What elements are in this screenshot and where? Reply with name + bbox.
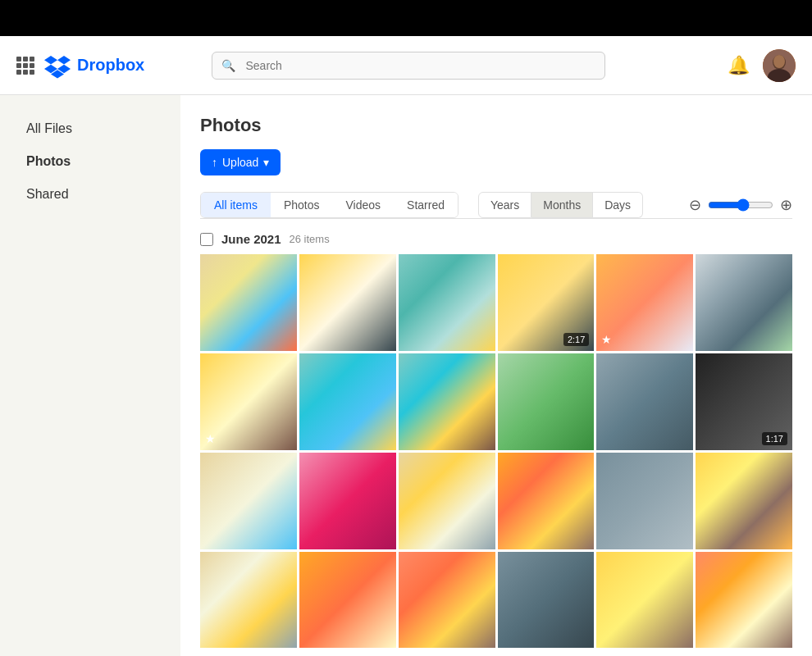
photo-cell[interactable] [696, 552, 792, 649]
photo-cell[interactable] [596, 552, 693, 649]
zoom-in-button[interactable]: ⊕ [780, 196, 792, 214]
svg-point-3 [773, 55, 785, 68]
view-tab-months[interactable]: Months [531, 192, 593, 218]
section-count-june-2021: 26 items [290, 233, 330, 245]
photo-cell[interactable] [696, 254, 792, 351]
photo-cell[interactable]: 1:17 [696, 353, 792, 450]
photo-cell[interactable]: ★ [200, 353, 297, 450]
starred-icon: ★ [601, 333, 612, 346]
photo-cell[interactable]: 2:17 [498, 254, 595, 351]
search-input[interactable] [212, 52, 605, 80]
top-bar [0, 0, 812, 36]
starred-icon: ★ [205, 432, 216, 445]
photo-cell[interactable] [299, 453, 396, 549]
upload-button[interactable]: ↑ Upload ▾ [200, 149, 281, 175]
header-left: Dropbox [16, 52, 144, 79]
app-grid-icon[interactable] [16, 57, 34, 75]
sidebar: All Files Photos Shared [0, 95, 180, 656]
filter-bar: All items Photos Videos Starred Years Mo… [200, 192, 792, 219]
filter-tab-videos[interactable]: Videos [333, 193, 395, 217]
upload-label: Upload [222, 156, 258, 169]
logo-text: Dropbox [77, 56, 144, 75]
header-right: 🔔 [728, 49, 796, 82]
section-checkbox-june-2021[interactable] [200, 233, 213, 246]
main-layout: All Files Photos Shared Photos ↑ Upload … [0, 95, 812, 656]
main-content: Photos ↑ Upload ▾ All items Photos Video… [180, 95, 812, 656]
photo-cell[interactable] [399, 552, 495, 649]
filter-tab-all-items[interactable]: All items [201, 193, 271, 217]
zoom-out-button[interactable]: ⊖ [689, 196, 701, 214]
photo-cell[interactable] [299, 254, 396, 351]
photo-cell[interactable] [596, 353, 693, 450]
photo-cell[interactable] [299, 552, 396, 649]
search-bar: 🔍 [212, 52, 605, 80]
filter-tab-starred[interactable]: Starred [394, 193, 458, 217]
bell-icon[interactable]: 🔔 [728, 55, 750, 76]
dropbox-logo[interactable]: Dropbox [44, 52, 144, 79]
photo-cell[interactable] [399, 453, 495, 549]
photo-cell[interactable]: ★ [596, 254, 693, 351]
photo-cell[interactable] [696, 453, 792, 549]
zoom-bar: ⊖ ⊕ [689, 196, 792, 214]
zoom-slider[interactable] [708, 198, 773, 212]
search-icon: 🔍 [221, 59, 235, 72]
photo-cell[interactable] [498, 453, 595, 549]
page-title: Photos [200, 115, 792, 136]
view-tab-years[interactable]: Years [478, 192, 531, 218]
photo-cell[interactable] [200, 254, 297, 351]
photo-cell[interactable] [596, 453, 693, 549]
sidebar-item-photos[interactable]: Photos [7, 146, 174, 177]
upload-icon: ↑ [212, 156, 217, 169]
avatar[interactable] [763, 49, 796, 82]
filter-tab-photos[interactable]: Photos [271, 193, 333, 217]
upload-chevron-icon: ▾ [263, 156, 269, 169]
section-header-june-2021: June 2021 26 items [200, 232, 792, 246]
photo-cell[interactable] [498, 353, 595, 450]
photo-cell[interactable] [200, 453, 297, 549]
photo-cell[interactable] [399, 353, 495, 450]
view-tabs: Years Months Days [478, 192, 643, 218]
photo-grid-june-2021: 2:17 ★ ★ [200, 254, 792, 648]
video-duration-badge: 2:17 [563, 333, 589, 346]
sidebar-item-all-files[interactable]: All Files [7, 113, 174, 144]
photo-cell[interactable] [498, 552, 595, 649]
photo-cell[interactable] [299, 353, 396, 450]
photo-cell[interactable] [200, 552, 297, 649]
section-title-june-2021: June 2021 [221, 232, 281, 246]
photo-cell[interactable] [399, 254, 495, 351]
sidebar-item-shared[interactable]: Shared [7, 179, 174, 210]
header: Dropbox 🔍 🔔 [0, 36, 812, 95]
filter-tabs: All items Photos Videos Starred [200, 192, 458, 218]
video-duration-badge: 1:17 [762, 432, 787, 445]
view-tab-days[interactable]: Days [593, 192, 643, 218]
